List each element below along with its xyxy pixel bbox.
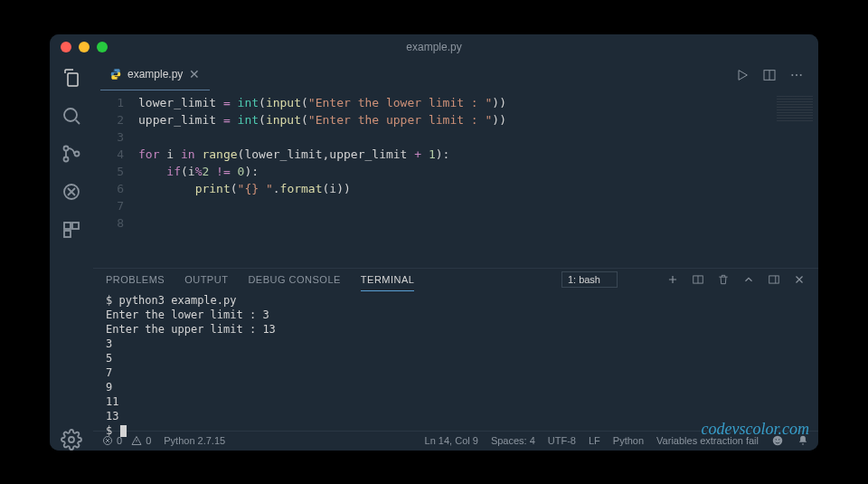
line-number: 6 (93, 180, 138, 197)
tab-problems[interactable]: PROBLEMS (106, 269, 165, 290)
svg-point-1 (64, 146, 69, 150)
trash-icon[interactable] (717, 273, 730, 286)
close-window-button[interactable] (61, 42, 71, 52)
terminal-line: 13 (106, 409, 806, 423)
code-line[interactable]: 7 (93, 197, 818, 214)
traffic-lights (61, 42, 108, 52)
line-number: 2 (93, 111, 138, 128)
terminal-line: 11 (106, 394, 806, 409)
minimap[interactable] (777, 96, 813, 123)
code-line[interactable]: 1lower_limit = int(input("Enter the lowe… (93, 94, 818, 111)
terminal-line: Enter the lower limit : 3 (106, 308, 806, 322)
activity-bar (50, 60, 93, 451)
close-panel-icon[interactable] (793, 273, 806, 286)
editor-window: example.py example.py ✕ (50, 34, 818, 451)
code-editor[interactable]: 1lower_limit = int(input("Enter the lowe… (93, 90, 818, 268)
svg-point-3 (75, 151, 80, 156)
svg-rect-7 (64, 231, 71, 237)
maximize-window-button[interactable] (97, 42, 108, 52)
line-number: 7 (93, 197, 138, 214)
svg-point-2 (64, 157, 69, 161)
code-line[interactable]: 6 print("{} ".format(i)) (93, 180, 818, 197)
extensions-icon[interactable] (61, 219, 82, 241)
code-content[interactable]: upper_limit = int(input("Enter the upper… (138, 111, 506, 128)
terminal-line: $ (106, 423, 806, 438)
code-content[interactable]: lower_limit = int(input("Enter the lower… (138, 94, 506, 111)
python-file-icon (109, 68, 122, 81)
titlebar: example.py (50, 34, 818, 60)
tab-terminal[interactable]: TERMINAL (361, 269, 415, 291)
line-number: 4 (93, 146, 138, 163)
tab-debug-console[interactable]: DEBUG CONSOLE (248, 269, 340, 290)
main-area: example.py ✕ 1lower_limit = int(input("E… (93, 60, 818, 451)
svg-rect-5 (64, 223, 71, 229)
svg-point-8 (69, 437, 74, 442)
editor-actions (735, 68, 811, 82)
tab-output[interactable]: OUTPUT (184, 269, 228, 290)
line-number: 1 (93, 94, 138, 111)
svg-point-10 (791, 74, 793, 76)
code-content[interactable]: if(i%2 != 0): (138, 163, 259, 180)
close-tab-icon[interactable]: ✕ (188, 68, 201, 81)
svg-rect-6 (72, 223, 79, 229)
terminal-selector[interactable]: 1: bash (561, 271, 618, 288)
toggle-panel-icon[interactable] (768, 273, 780, 286)
split-editor-icon[interactable] (762, 68, 777, 82)
terminal-line: 7 (106, 365, 806, 380)
window-title: example.py (406, 41, 461, 53)
search-icon[interactable] (61, 105, 82, 127)
line-number: 8 (93, 214, 138, 232)
minimize-window-button[interactable] (79, 42, 90, 52)
terminal-line: 3 (106, 337, 806, 351)
terminal-line: 5 (106, 351, 806, 365)
terminal-cursor (120, 425, 127, 437)
settings-gear-icon[interactable] (61, 429, 82, 451)
bottom-panel: PROBLEMS OUTPUT DEBUG CONSOLE TERMINAL 1… (93, 268, 818, 431)
explorer-icon[interactable] (61, 67, 82, 89)
svg-rect-14 (769, 276, 779, 283)
code-line[interactable]: 3 (93, 128, 818, 146)
new-terminal-icon[interactable] (666, 273, 679, 286)
tab-bar: example.py ✕ (93, 60, 818, 90)
code-content[interactable]: for i in range(lower_limit,upper_limit +… (138, 146, 449, 163)
debug-icon[interactable] (61, 181, 82, 203)
svg-point-0 (64, 109, 77, 121)
line-number: 5 (93, 163, 138, 180)
svg-point-12 (800, 74, 802, 76)
tab-example-py[interactable]: example.py ✕ (100, 60, 210, 90)
code-line[interactable]: 2upper_limit = int(input("Enter the uppe… (93, 111, 818, 128)
line-number: 3 (93, 128, 138, 146)
terminal-output[interactable]: $ python3 example.pyEnter the lower limi… (93, 291, 818, 440)
tab-filename: example.py (127, 68, 183, 81)
svg-point-11 (796, 74, 797, 76)
window-body: example.py ✕ 1lower_limit = int(input("E… (50, 60, 818, 451)
code-line[interactable]: 4for i in range(lower_limit,upper_limit … (93, 146, 818, 163)
code-line[interactable]: 5 if(i%2 != 0): (93, 163, 818, 180)
source-control-icon[interactable] (61, 143, 82, 165)
run-icon[interactable] (735, 68, 750, 82)
code-line[interactable]: 8 (93, 214, 818, 232)
terminal-line: 9 (106, 380, 806, 394)
panel-tabs: PROBLEMS OUTPUT DEBUG CONSOLE TERMINAL 1… (93, 269, 818, 291)
maximize-panel-icon[interactable] (742, 273, 755, 286)
terminal-line: Enter the upper limit : 13 (106, 322, 806, 337)
more-actions-icon[interactable] (789, 68, 804, 82)
terminal-line: $ python3 example.py (106, 293, 806, 308)
code-content[interactable]: print("{} ".format(i)) (138, 180, 351, 197)
split-terminal-icon[interactable] (692, 273, 704, 286)
